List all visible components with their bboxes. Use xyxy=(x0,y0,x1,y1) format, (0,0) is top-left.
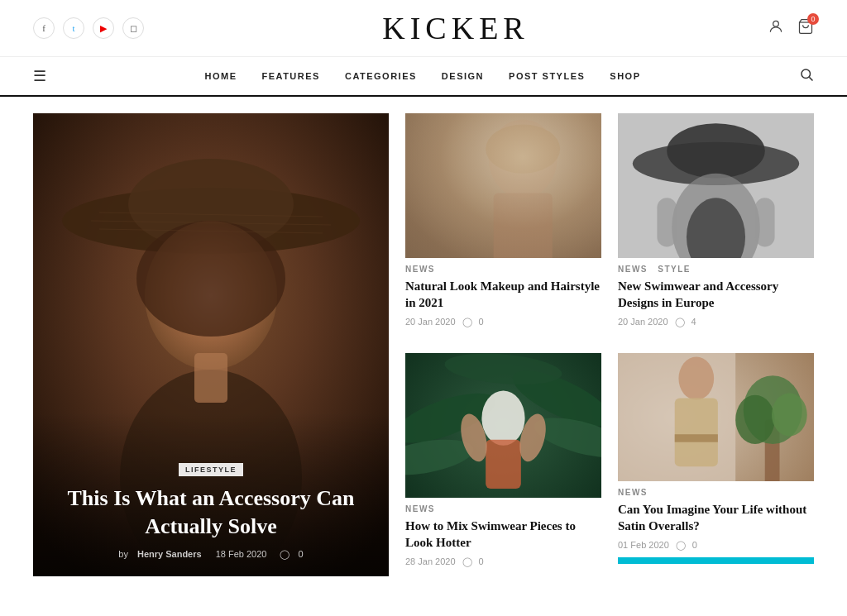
nav-post-styles[interactable]: POST STYLES xyxy=(509,71,585,81)
top-bar: f t ▶ ◻ KICKER 0 xyxy=(0,0,847,57)
facebook-icon[interactable]: f xyxy=(33,17,55,39)
user-icon[interactable] xyxy=(768,18,784,39)
comment-icon-2: ◯ xyxy=(675,317,685,327)
article-image-2 xyxy=(618,113,814,258)
featured-overlay: LIFESTYLE This Is What an Accessory Can … xyxy=(33,413,389,576)
svg-rect-25 xyxy=(657,198,677,246)
nav-features[interactable]: FEATURES xyxy=(261,71,319,81)
nav-bar: ☰ HOME FEATURES CATEGORIES DESIGN POST S… xyxy=(0,57,847,97)
svg-rect-45 xyxy=(675,434,718,442)
article-date-2: 20 Jan 2020 xyxy=(618,317,668,327)
svg-rect-15 xyxy=(405,113,601,258)
article-card-2[interactable]: NEWS STYLE New Swimwear and Accessory De… xyxy=(618,113,814,337)
svg-rect-44 xyxy=(675,398,718,466)
svg-rect-10 xyxy=(194,353,227,403)
article-comments-2: 4 xyxy=(691,317,696,327)
article-category-4: NEWS xyxy=(618,488,814,497)
header-actions: 0 xyxy=(768,18,814,39)
svg-point-42 xyxy=(772,393,807,436)
svg-rect-26 xyxy=(755,198,775,246)
cart-icon[interactable]: 0 xyxy=(797,18,814,39)
article-image-4 xyxy=(618,353,814,481)
article-category-2: NEWS STYLE xyxy=(618,265,814,274)
nav-design[interactable]: DESIGN xyxy=(442,71,484,81)
featured-author-label: by xyxy=(118,549,128,559)
featured-image: LIFESTYLE This Is What an Accessory Can … xyxy=(33,113,389,576)
article-category-3: NEWS xyxy=(405,504,601,513)
article-comments-4: 0 xyxy=(692,540,697,550)
article-comments-3: 0 xyxy=(479,556,484,566)
instagram-icon[interactable]: ◻ xyxy=(122,17,144,39)
article-meta-1: 20 Jan 2020 ◯ 0 xyxy=(405,317,601,327)
svg-point-17 xyxy=(486,124,560,173)
article-title-2: New Swimwear and Accessory Designs in Eu… xyxy=(618,278,814,312)
nav-categories[interactable]: CATEGORIES xyxy=(345,71,417,81)
youtube-icon[interactable]: ▶ xyxy=(93,17,114,39)
article-date-1: 20 Jan 2020 xyxy=(405,317,456,327)
social-icons: f t ▶ ◻ xyxy=(33,17,144,39)
nav-shop[interactable]: SHOP xyxy=(610,71,640,81)
svg-point-0 xyxy=(773,21,779,26)
svg-rect-18 xyxy=(494,193,553,258)
site-title: KICKER xyxy=(382,10,529,46)
featured-comments: 0 xyxy=(299,549,304,559)
article-image-1 xyxy=(405,113,601,258)
hamburger-menu[interactable]: ☰ xyxy=(33,67,46,85)
svg-point-22 xyxy=(667,123,765,178)
comment-icon-1: ◯ xyxy=(462,317,472,327)
svg-rect-34 xyxy=(486,440,521,489)
article-card-1[interactable]: NEWS Natural Look Makeup and Hairstyle i… xyxy=(405,113,601,337)
svg-point-8 xyxy=(136,221,285,337)
cart-badge: 0 xyxy=(807,13,819,25)
twitter-icon[interactable]: t xyxy=(63,17,84,39)
article-comments-1: 0 xyxy=(479,317,484,327)
articles-grid: NEWS Natural Look Makeup and Hairstyle i… xyxy=(405,113,814,576)
search-icon[interactable] xyxy=(799,67,814,85)
comment-icon: ◯ xyxy=(280,549,290,559)
article-category-1: NEWS xyxy=(405,265,601,274)
article-meta-2: 20 Jan 2020 ◯ 4 xyxy=(618,317,814,327)
article-date-4: 01 Feb 2020 xyxy=(618,540,669,550)
featured-meta: by Henry Sanders 18 Feb 2020 ◯ 0 xyxy=(58,549,364,560)
svg-point-43 xyxy=(678,357,714,400)
article-meta-3: 28 Jan 2020 ◯ 0 xyxy=(405,556,601,567)
svg-line-3 xyxy=(809,77,812,80)
svg-point-33 xyxy=(481,390,524,445)
article-date-3: 28 Jan 2020 xyxy=(405,556,456,566)
article-title-4: Can You Imagine Your Life without Satin … xyxy=(618,501,814,535)
featured-date: 18 Feb 2020 xyxy=(216,549,267,559)
svg-point-2 xyxy=(802,69,811,79)
nav-home[interactable]: HOME xyxy=(204,71,237,81)
article-title-3: How to Mix Swimwear Pieces to Look Hotte… xyxy=(405,518,601,552)
comment-icon-3: ◯ xyxy=(462,556,472,567)
comment-icon-4: ◯ xyxy=(676,540,686,551)
featured-article[interactable]: LIFESTYLE This Is What an Accessory Can … xyxy=(33,113,389,576)
featured-badge: LIFESTYLE xyxy=(179,463,243,476)
article-image-3 xyxy=(405,353,601,498)
article-card-3[interactable]: NEWS How to Mix Swimwear Pieces to Look … xyxy=(405,353,601,576)
svg-point-16 xyxy=(489,120,557,198)
article-meta-4: 01 Feb 2020 ◯ 0 xyxy=(618,540,814,551)
main-content: LIFESTYLE This Is What an Accessory Can … xyxy=(0,97,847,593)
nav-links: HOME FEATURES CATEGORIES DESIGN POST STY… xyxy=(204,69,640,83)
article-title-1: Natural Look Makeup and Hairstyle in 202… xyxy=(405,278,601,312)
svg-point-41 xyxy=(735,395,774,444)
featured-author: Henry Sanders xyxy=(137,549,202,559)
article-card-4[interactable]: NEWS Can You Imagine Your Life without S… xyxy=(618,353,814,576)
cyan-bar xyxy=(618,557,814,564)
svg-rect-14 xyxy=(405,113,601,258)
featured-title: This Is What an Accessory Can Actually S… xyxy=(58,485,364,541)
